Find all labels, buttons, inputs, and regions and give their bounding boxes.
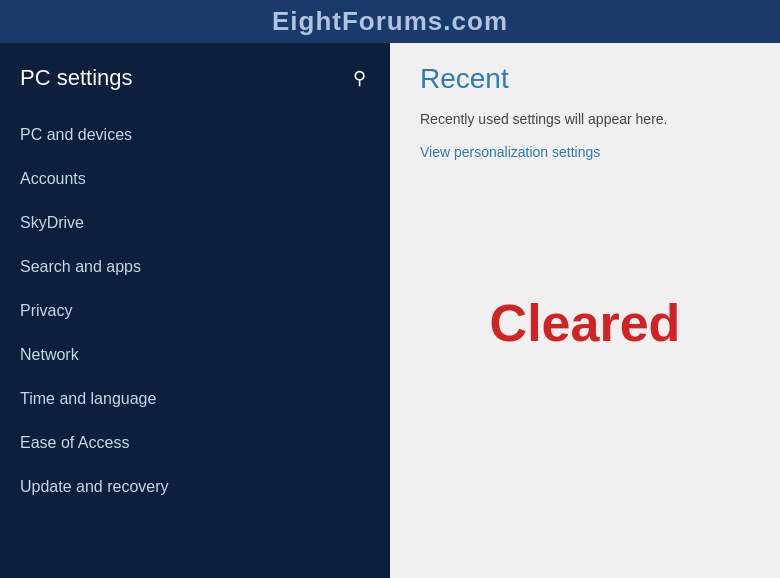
sidebar-nav: PC and devices Accounts SkyDrive Search …	[0, 113, 390, 509]
sidebar: PC settings ⚲ PC and devices Accounts Sk…	[0, 43, 390, 578]
sidebar-title: PC settings	[20, 65, 349, 91]
main-container: PC settings ⚲ PC and devices Accounts Sk…	[0, 43, 780, 578]
search-icon[interactable]: ⚲	[349, 63, 370, 93]
sidebar-item-accounts[interactable]: Accounts	[0, 157, 390, 201]
sidebar-item-skydrive[interactable]: SkyDrive	[0, 201, 390, 245]
personalization-link[interactable]: View personalization settings	[420, 144, 600, 160]
sidebar-item-pc-and-devices[interactable]: PC and devices	[0, 113, 390, 157]
sidebar-item-search-and-apps[interactable]: Search and apps	[0, 245, 390, 289]
sidebar-item-network[interactable]: Network	[0, 333, 390, 377]
recent-description: Recently used settings will appear here.	[420, 111, 750, 127]
sidebar-item-privacy[interactable]: Privacy	[0, 289, 390, 333]
sidebar-item-time-and-language[interactable]: Time and language	[0, 377, 390, 421]
sidebar-header: PC settings ⚲	[0, 53, 390, 113]
cleared-watermark: Cleared	[490, 293, 681, 353]
content-area: Recent Recently used settings will appea…	[390, 43, 780, 578]
sidebar-item-ease-of-access[interactable]: Ease of Access	[0, 421, 390, 465]
sidebar-item-update-and-recovery[interactable]: Update and recovery	[0, 465, 390, 509]
watermark-banner: EightForums.com	[0, 0, 780, 43]
recent-title: Recent	[420, 63, 750, 95]
